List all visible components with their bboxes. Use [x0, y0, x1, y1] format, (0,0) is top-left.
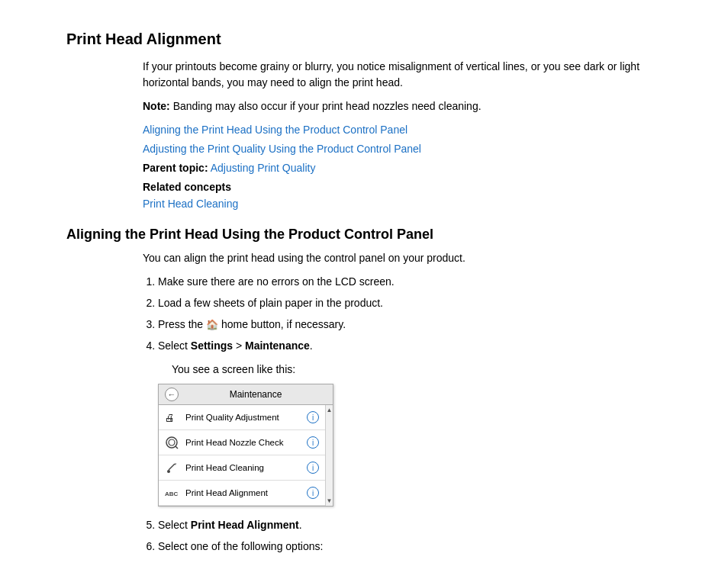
step5-bold: Print Head Alignment: [191, 519, 299, 531]
step-3: Press the 🏠 home button, if necessary.: [158, 317, 662, 333]
menu-icon-3: ABC: [163, 484, 180, 501]
step4-maintenance: Maintenance: [245, 339, 310, 352]
section2-title: Aligning the Print Head Using the Produc…: [66, 227, 662, 243]
maintenance-screen-image: ← Maintenance 🖨 Print Quality Adjustment…: [158, 384, 662, 507]
menu-label-1: Print Head Nozzle Check: [185, 438, 307, 447]
step-2: Load a few sheets of plain paper in the …: [158, 295, 662, 311]
related-link[interactable]: Print Head Cleaning: [143, 198, 238, 210]
menu-info-0[interactable]: i: [307, 411, 319, 423]
section1-body: If your printouts become grainy or blurr…: [143, 59, 662, 91]
section1-note: Note: Banding may also occur if your pri…: [143, 98, 662, 114]
link-aligning[interactable]: Aligning the Print Head Using the Produc…: [143, 124, 407, 136]
step-note: You see a screen like this:: [172, 362, 662, 378]
menu-label-0: Print Quality Adjustment: [185, 413, 307, 422]
step-5: Select Print Head Alignment.: [158, 517, 662, 533]
related-link-line: Print Head Cleaning: [143, 198, 662, 210]
step-5-text: Select Print Head Alignment.: [158, 519, 302, 531]
step-6: Select one of the following options:: [158, 539, 662, 555]
menu-row-3[interactable]: ABC Print Head Alignment i: [159, 481, 325, 506]
svg-point-2: [169, 439, 175, 446]
menu-row-0[interactable]: 🖨 Print Quality Adjustment i: [159, 405, 325, 430]
menu-icon-2: [163, 459, 180, 476]
menu-rows: 🖨 Print Quality Adjustment i Print Head …: [159, 405, 325, 506]
page-content: Print Head Alignment If your printouts b…: [66, 0, 662, 563]
link2-line: Adjusting the Print Quality Using the Pr…: [143, 141, 662, 157]
home-icon: 🏠: [206, 317, 218, 333]
back-button[interactable]: ←: [165, 388, 179, 401]
parent-topic-line: Parent topic: Adjusting Print Quality: [143, 160, 662, 176]
section2-block: Aligning the Print Head Using the Produc…: [66, 227, 662, 563]
scroll-down-icon[interactable]: ▼: [327, 497, 333, 504]
step-2-text: Load a few sheets of plain paper in the …: [158, 297, 383, 309]
menu-info-1[interactable]: i: [307, 436, 319, 449]
related-concepts-label: Related concepts: [143, 181, 231, 193]
menu-row-1[interactable]: Print Head Nozzle Check i: [159, 430, 325, 455]
parent-topic-link[interactable]: Adjusting Print Quality: [211, 162, 316, 174]
svg-text:ABC: ABC: [165, 491, 179, 497]
note-text: Banding may also occur if your print hea…: [170, 100, 482, 112]
menu-icon-0: 🖨: [163, 409, 180, 426]
svg-text:🖨: 🖨: [165, 412, 175, 423]
step4-settings: Settings: [191, 339, 233, 352]
menu-info-3[interactable]: i: [307, 487, 319, 499]
svg-line-5: [169, 464, 175, 470]
scroll-up-icon[interactable]: ▲: [327, 407, 333, 413]
screen-header: ← Maintenance: [159, 384, 333, 405]
svg-point-1: [166, 437, 177, 448]
svg-line-3: [176, 446, 178, 449]
step-6-text: Select one of the following options:: [158, 540, 323, 552]
note-label: Note:: [143, 100, 170, 112]
menu-row-2[interactable]: Print Head Cleaning i: [159, 455, 325, 481]
steps-list: Make sure there are no errors on the LCD…: [158, 274, 662, 354]
maintenance-screen: ← Maintenance 🖨 Print Quality Adjustment…: [158, 384, 333, 507]
menu-rows-container: 🖨 Print Quality Adjustment i Print Head …: [159, 405, 333, 506]
step-4-text: Select Settings > Maintenance.: [158, 339, 313, 352]
related-concepts-block: Related concepts: [143, 181, 662, 193]
screen-title: Maintenance: [185, 389, 327, 400]
menu-label-3: Print Head Alignment: [185, 488, 307, 497]
link1-line: Aligning the Print Head Using the Produc…: [143, 122, 662, 138]
step-1: Make sure there are no errors on the LCD…: [158, 274, 662, 290]
menu-info-2[interactable]: i: [307, 462, 319, 474]
step-4: Select Settings > Maintenance.: [158, 338, 662, 354]
step-3-text: Press the 🏠 home button, if necessary.: [158, 318, 346, 330]
section1-title: Print Head Alignment: [66, 31, 662, 48]
parent-topic-label: Parent topic:: [143, 162, 208, 174]
scrollbar[interactable]: ▲ ▼: [325, 405, 333, 506]
menu-label-2: Print Head Cleaning: [185, 463, 307, 472]
svg-point-4: [167, 470, 170, 473]
section2-intro: You can align the print head using the c…: [143, 250, 662, 266]
steps-list-2: Select Print Head Alignment. Select one …: [158, 517, 662, 555]
link-adjusting[interactable]: Adjusting the Print Quality Using the Pr…: [143, 143, 421, 155]
menu-icon-1: [163, 434, 180, 451]
step-1-text: Make sure there are no errors on the LCD…: [158, 275, 395, 288]
